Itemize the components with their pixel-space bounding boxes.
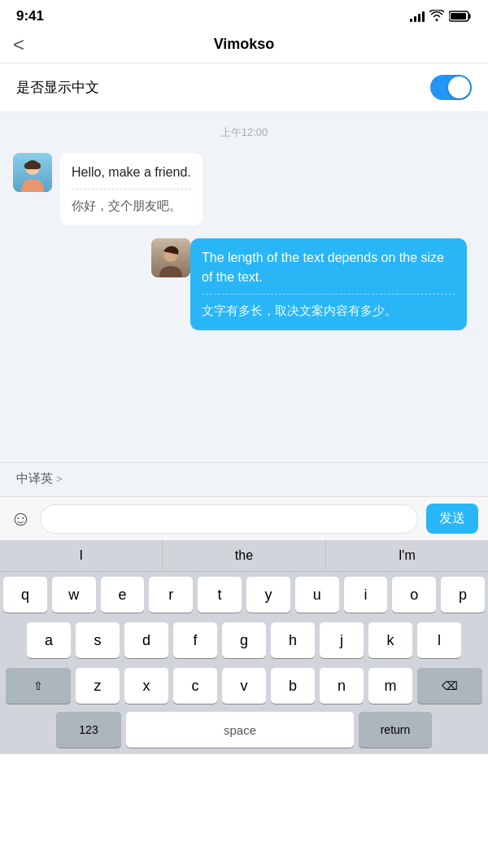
- pred-item-I[interactable]: I: [0, 540, 163, 571]
- toggle-row: 是否显示中文: [0, 63, 488, 112]
- key-q[interactable]: q: [3, 577, 47, 613]
- key-w[interactable]: w: [52, 577, 96, 613]
- key-p[interactable]: p: [441, 577, 485, 613]
- outgoing-divider: [202, 294, 455, 294]
- bubble-divider: [72, 189, 191, 190]
- nav-title: Vimokso: [214, 36, 275, 53]
- key-u[interactable]: u: [295, 577, 339, 613]
- translate-button[interactable]: 中译英 >: [16, 471, 472, 486]
- message-row-incoming: Hello, make a friend. 你好，交个朋友吧。: [13, 153, 475, 225]
- send-button[interactable]: 发送: [426, 504, 478, 534]
- message-input[interactable]: [40, 504, 418, 534]
- outgoing-bubble: The length of the text depends on the si…: [190, 238, 467, 330]
- incoming-bubble: Hello, make a friend. 你好，交个朋友吧。: [60, 153, 203, 225]
- key-return[interactable]: return: [359, 712, 432, 748]
- chat-timestamp: 上午12:00: [13, 125, 475, 140]
- status-bar: 9:41: [0, 0, 488, 29]
- key-c[interactable]: c: [173, 668, 217, 704]
- incoming-text: Hello, make a friend.: [72, 165, 191, 179]
- predictive-row: I the I'm: [0, 540, 488, 572]
- incoming-bubble-wrap: Hello, make a friend. 你好，交个朋友吧。: [60, 153, 203, 225]
- avatar-incoming: [13, 153, 52, 192]
- key-row-1: q w e r t y u i o p: [0, 572, 488, 617]
- key-g[interactable]: g: [222, 622, 266, 658]
- key-f[interactable]: f: [173, 622, 217, 658]
- signal-icon: [410, 11, 425, 22]
- key-s[interactable]: s: [76, 622, 120, 658]
- incoming-subtext: 你好，交个朋友吧。: [72, 198, 181, 212]
- battery-icon: [449, 11, 472, 22]
- nav-bar: < Vimokso: [0, 29, 488, 63]
- key-y[interactable]: y: [246, 577, 290, 613]
- chinese-display-toggle[interactable]: [430, 75, 472, 100]
- key-a[interactable]: a: [27, 622, 71, 658]
- key-space[interactable]: space: [126, 712, 354, 748]
- translate-row: 中译英 >: [0, 462, 488, 496]
- outgoing-subtext: 文字有多长，取决文案内容有多少。: [202, 303, 397, 317]
- key-r[interactable]: r: [149, 577, 193, 613]
- pred-item-im[interactable]: I'm: [326, 540, 488, 571]
- input-bar: ☺ 发送: [0, 496, 488, 540]
- key-o[interactable]: o: [392, 577, 436, 613]
- key-123[interactable]: 123: [56, 712, 121, 748]
- keyboard: I the I'm q w e r t y u i o p a s d f g …: [0, 540, 488, 754]
- key-shift[interactable]: ⇧: [6, 668, 71, 704]
- key-n[interactable]: n: [320, 668, 364, 704]
- key-t[interactable]: t: [198, 577, 242, 613]
- wifi-icon: [429, 10, 444, 24]
- toggle-label: 是否显示中文: [16, 78, 99, 97]
- key-l[interactable]: l: [417, 622, 461, 658]
- key-row-3: ⇧ z x c v b n m ⌫: [0, 663, 488, 709]
- outgoing-text: The length of the text depends on the si…: [202, 251, 444, 284]
- key-j[interactable]: j: [320, 622, 364, 658]
- pred-item-the[interactable]: the: [163, 540, 325, 571]
- message-row-outgoing: The length of the text depends on the si…: [13, 238, 475, 330]
- key-d[interactable]: d: [124, 622, 168, 658]
- key-e[interactable]: e: [101, 577, 145, 613]
- translate-arrow: >: [56, 473, 63, 485]
- key-m[interactable]: m: [368, 668, 412, 704]
- avatar-outgoing: [151, 238, 190, 277]
- toggle-knob: [448, 76, 470, 98]
- key-z[interactable]: z: [76, 668, 120, 704]
- back-button[interactable]: <: [13, 33, 24, 56]
- key-i[interactable]: i: [344, 577, 388, 613]
- svg-rect-5: [24, 163, 41, 169]
- key-x[interactable]: x: [124, 668, 168, 704]
- emoji-button[interactable]: ☺: [10, 506, 32, 531]
- key-row-2: a s d f g h j k l: [0, 617, 488, 663]
- key-backspace[interactable]: ⌫: [417, 668, 482, 704]
- chat-area: 上午12:00 Hel: [0, 112, 488, 462]
- key-k[interactable]: k: [368, 622, 412, 658]
- key-row-4: 123 space return: [0, 709, 488, 754]
- outgoing-bubble-wrap: The length of the text depends on the si…: [190, 238, 467, 330]
- key-b[interactable]: b: [271, 668, 315, 704]
- key-v[interactable]: v: [222, 668, 266, 704]
- status-icons: [410, 10, 472, 24]
- translate-label: 中译英: [16, 471, 53, 486]
- svg-rect-1: [451, 13, 466, 20]
- key-h[interactable]: h: [271, 622, 315, 658]
- status-time: 9:41: [16, 8, 44, 24]
